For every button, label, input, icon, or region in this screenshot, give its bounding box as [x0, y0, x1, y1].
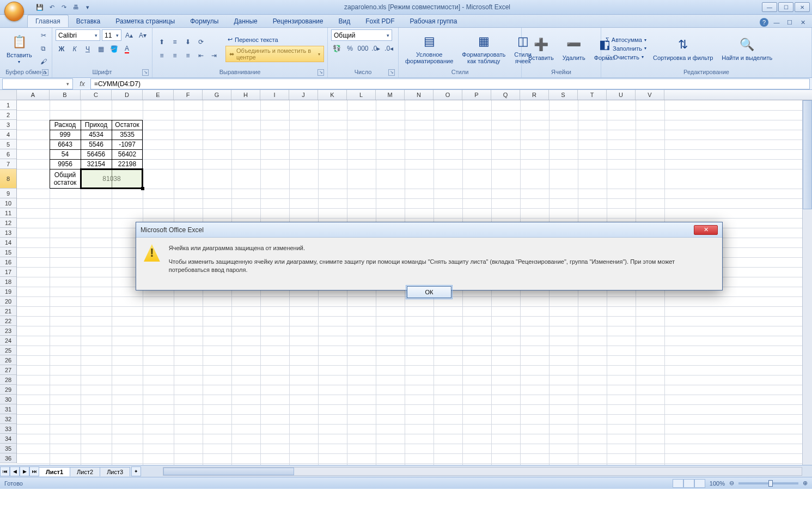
col-header-H[interactable]: H: [231, 90, 260, 100]
shrink-font-icon[interactable]: A▾: [137, 29, 149, 41]
select-all-corner[interactable]: [0, 90, 17, 100]
fill-handle[interactable]: [141, 187, 144, 190]
name-box[interactable]: ▾: [2, 78, 73, 89]
column-headers[interactable]: ABCDEFGHIJKLMNOPQRSTUV: [17, 90, 812, 100]
sheet-tab-1[interactable]: Лист1: [39, 467, 70, 476]
row-header-22[interactable]: 22: [0, 316, 16, 326]
row-header-14[interactable]: 14: [0, 238, 16, 247]
sheet-tab-2[interactable]: Лист2: [70, 467, 100, 476]
row-header-35[interactable]: 35: [0, 444, 16, 453]
col-header-L[interactable]: L: [347, 90, 376, 100]
horizontal-scrollbar[interactable]: [163, 467, 802, 476]
col-header-I[interactable]: I: [260, 90, 289, 100]
tab-insert[interactable]: Вставка: [69, 15, 108, 27]
row-header-5[interactable]: 5: [0, 140, 16, 149]
undo-icon[interactable]: ↶: [47, 2, 57, 12]
align-top-icon[interactable]: ⬆: [156, 36, 168, 48]
col-header-S[interactable]: S: [549, 90, 578, 100]
format-painter-icon[interactable]: 🖌: [38, 56, 50, 68]
row-headers[interactable]: 1234567891011121314151617181920212223242…: [0, 100, 17, 463]
row-header-23[interactable]: 23: [0, 326, 16, 336]
page-break-view-button[interactable]: [694, 479, 705, 488]
paste-button[interactable]: 📋Вставить▾: [3, 32, 35, 65]
col-header-A[interactable]: A: [17, 90, 50, 100]
insert-cells-button[interactable]: ➕Вставить: [525, 35, 557, 62]
row-header-27[interactable]: 27: [0, 365, 16, 375]
row-header-9[interactable]: 9: [0, 189, 16, 198]
col-header-V[interactable]: V: [636, 90, 664, 100]
row-header-20[interactable]: 20: [0, 296, 16, 306]
row-header-16[interactable]: 16: [0, 257, 16, 267]
font-launcher[interactable]: ↘: [142, 69, 149, 76]
tab-view[interactable]: Вид: [331, 15, 358, 27]
row-header-10[interactable]: 10: [0, 198, 16, 208]
sort-filter-button[interactable]: ⇅Сортировка и фильтр: [650, 35, 716, 62]
row-header-26[interactable]: 26: [0, 355, 16, 365]
window-minimize-icon[interactable]: —: [772, 17, 782, 27]
sheet-tab-3[interactable]: Лист3: [100, 467, 130, 476]
row-header-25[interactable]: 25: [0, 346, 16, 355]
office-button[interactable]: [3, 0, 25, 15]
row-header-7[interactable]: 7: [0, 159, 16, 169]
copy-icon[interactable]: ⧉: [38, 43, 50, 54]
formula-input[interactable]: [90, 78, 810, 89]
new-sheet-button[interactable]: ✦: [131, 467, 141, 476]
row-header-31[interactable]: 31: [0, 404, 16, 414]
maximize-button[interactable]: ☐: [778, 2, 793, 12]
col-header-B[interactable]: B: [50, 90, 81, 100]
row-header-28[interactable]: 28: [0, 375, 16, 385]
vscroll-thumb[interactable]: [803, 100, 812, 209]
cut-icon[interactable]: ✂: [38, 29, 50, 41]
align-right-icon[interactable]: ≡: [182, 50, 194, 62]
orientation-icon[interactable]: ⟳: [195, 36, 207, 48]
col-header-G[interactable]: G: [203, 90, 231, 100]
tab-formulas[interactable]: Формулы: [182, 15, 226, 27]
indent-inc-icon[interactable]: ⇥: [208, 50, 220, 62]
autosum-button[interactable]: ΣАвтосумма▾: [605, 36, 648, 44]
tab-workgroup[interactable]: Рабочая группа: [402, 15, 465, 27]
col-header-C[interactable]: C: [81, 90, 112, 100]
indent-dec-icon[interactable]: ⇤: [195, 50, 207, 62]
sheet-prev-button[interactable]: ◀: [10, 467, 20, 476]
tab-page-layout[interactable]: Разметка страницы: [108, 15, 182, 27]
italic-icon[interactable]: К: [69, 43, 81, 55]
sheet-last-button[interactable]: ⏭: [29, 467, 39, 476]
print-icon[interactable]: 🖶: [71, 2, 81, 12]
grow-font-icon[interactable]: A▴: [123, 29, 135, 41]
vertical-scrollbar[interactable]: [802, 100, 812, 465]
number-launcher[interactable]: ↘: [388, 69, 395, 76]
row-header-18[interactable]: 18: [0, 277, 16, 287]
row-header-6[interactable]: 6: [0, 149, 16, 159]
row-header-2[interactable]: 2: [0, 110, 16, 120]
row-header-13[interactable]: 13: [0, 228, 16, 238]
col-header-P[interactable]: P: [462, 90, 491, 100]
window-restore-icon[interactable]: ☐: [785, 17, 795, 27]
col-header-E[interactable]: E: [143, 90, 174, 100]
clear-button[interactable]: ◌Очистить▾: [605, 53, 648, 61]
wrap-text-button[interactable]: ↩Перенос текста: [225, 35, 324, 44]
row-header-33[interactable]: 33: [0, 424, 16, 434]
row-header-29[interactable]: 29: [0, 385, 16, 395]
row-header-17[interactable]: 17: [0, 267, 16, 277]
align-launcher[interactable]: ↘: [318, 69, 324, 76]
find-select-button[interactable]: 🔍Найти и выделить: [718, 35, 776, 62]
row-header-30[interactable]: 30: [0, 395, 16, 404]
page-layout-view-button[interactable]: [683, 479, 694, 488]
align-bottom-icon[interactable]: ⬇: [182, 36, 194, 48]
align-center-icon[interactable]: ≡: [169, 50, 181, 62]
col-header-M[interactable]: M: [376, 90, 405, 100]
col-header-D[interactable]: D: [112, 90, 143, 100]
qat-customize-icon[interactable]: ▾: [83, 2, 93, 12]
row-header-11[interactable]: 11: [0, 208, 16, 218]
fx-button[interactable]: fx: [76, 78, 88, 89]
col-header-F[interactable]: F: [174, 90, 203, 100]
delete-cells-button[interactable]: ➖Удалить: [559, 35, 589, 62]
minimize-button[interactable]: —: [762, 2, 777, 12]
format-table-button[interactable]: ▦Форматировать как таблицу: [459, 32, 509, 65]
fill-color-icon[interactable]: 🪣: [108, 43, 120, 55]
help-icon[interactable]: ?: [760, 18, 768, 27]
font-color-icon[interactable]: A: [121, 43, 133, 55]
tab-home[interactable]: Главная: [27, 15, 69, 27]
hscroll-thumb[interactable]: [163, 468, 294, 475]
redo-icon[interactable]: ↷: [59, 2, 69, 12]
